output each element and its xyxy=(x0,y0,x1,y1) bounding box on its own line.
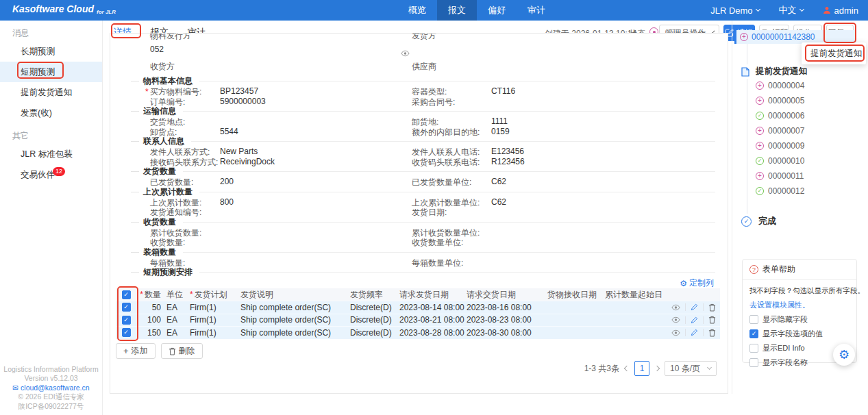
copyright: © 2026 EDI通信专家 xyxy=(0,392,102,402)
circle-check-icon xyxy=(756,112,764,120)
module-settings-link[interactable]: 去设置模块属性。 xyxy=(749,300,850,310)
flow-item[interactable]: 00000005 xyxy=(756,96,804,105)
flow-item[interactable]: 00000007 xyxy=(756,126,804,136)
view-row-icon[interactable] xyxy=(671,329,680,336)
contact-email-link[interactable]: ✉ cloud@kasoftware.cn xyxy=(0,383,102,393)
cell-unit: EA xyxy=(166,303,190,312)
sidebar-item-trading-partner[interactable]: 交易伙伴12 xyxy=(0,164,102,185)
nav-item-audit[interactable]: 审计 xyxy=(517,0,556,21)
prev-page-button[interactable] xyxy=(624,366,630,371)
edit-row-icon[interactable] xyxy=(691,303,698,311)
schedule-table: 数量 单位 发货计划 发货说明 发货频率 请求发货日期 请求交货日期 货物接收日… xyxy=(116,288,720,339)
nav-item-preferences[interactable]: 偏好 xyxy=(477,0,517,21)
sidebar-group-messages: 消息 xyxy=(0,21,102,41)
cell-freq: Discrete(D) xyxy=(350,303,399,312)
delete-button[interactable]: 删除 xyxy=(161,343,203,359)
view-row-icon[interactable] xyxy=(671,316,680,323)
cell-ship-date: 2023-08-14 08:00 xyxy=(399,303,467,312)
circle-plus-icon xyxy=(740,33,748,41)
flow-item[interactable]: 00000010 xyxy=(756,156,804,166)
row-checkbox[interactable] xyxy=(122,328,131,337)
nav-item-messages[interactable]: 报文 xyxy=(437,0,477,21)
tenant-menu[interactable]: JLR Demo xyxy=(710,5,759,16)
flow-item[interactable]: 00000006 xyxy=(756,111,804,121)
reply-menu-item-asn[interactable]: 提前发货通知 xyxy=(810,48,862,60)
col-header-cum-start: 累计数量起始日 xyxy=(605,289,671,301)
customize-columns-link[interactable]: ⚙定制列 xyxy=(680,277,714,289)
add-button[interactable]: 添加 xyxy=(116,343,156,359)
sidebar-item-asn[interactable]: 提前发货通知 xyxy=(0,82,102,103)
circle-plus-icon xyxy=(756,142,764,150)
field-value: 800 xyxy=(220,197,234,207)
row-checkbox[interactable] xyxy=(122,316,131,325)
field-label: 收货码头联系电话: xyxy=(412,157,480,168)
edit-row-icon[interactable] xyxy=(691,316,698,324)
language-menu[interactable]: 中文 xyxy=(779,4,804,16)
delete-row-icon[interactable] xyxy=(708,329,716,337)
row-checkbox[interactable] xyxy=(122,303,131,312)
option-show-option-values[interactable]: 显示字段选项的值 xyxy=(749,329,850,339)
view-party-icon[interactable] xyxy=(401,47,410,60)
select-all-checkbox[interactable] xyxy=(122,290,131,299)
field-label-supplier: 供应商 xyxy=(412,61,436,73)
option-show-hidden-fields[interactable]: 显示隐藏字段 xyxy=(749,314,850,325)
table-row[interactable]: 100 EA Firm(1) Ship complete order(SC) D… xyxy=(116,314,720,327)
next-page-button[interactable] xyxy=(654,366,660,371)
flow-item[interactable]: 00000012 xyxy=(756,186,804,196)
flow-group-title: 提前发货通知 xyxy=(756,66,807,77)
gear-icon: ⚙ xyxy=(839,349,850,361)
sidebar-item-jlr-packaging[interactable]: JLR 标准包装 xyxy=(0,144,102,164)
page-size-select[interactable]: 10 条/页 xyxy=(665,361,717,376)
view-row-icon[interactable] xyxy=(671,304,680,311)
sidebar: 消息 长期预测 短期预测 提前发货通知 发票(收) 其它 JLR 标准包装 交易… xyxy=(0,21,103,415)
field-label: 每箱数量: xyxy=(150,257,185,269)
field-value: 1111 xyxy=(491,116,508,126)
field-label: 收货数量: xyxy=(150,237,185,249)
col-header-freq: 发货频率 xyxy=(350,289,399,301)
cell-qty: 150 xyxy=(136,328,166,338)
check-circle-icon xyxy=(741,216,752,227)
edit-row-icon[interactable] xyxy=(691,329,698,336)
sidebar-item-invoice[interactable]: 发票(收) xyxy=(0,103,102,123)
delete-row-icon[interactable] xyxy=(708,316,716,324)
detail-form: 物料基本信息 买方物料编号:BP123457容器类型:CT116 订单编号:59… xyxy=(110,76,728,277)
chevron-down-icon xyxy=(799,6,804,11)
gear-icon: ⚙ xyxy=(680,279,687,288)
nav-item-overview[interactable]: 概览 xyxy=(397,0,437,21)
cell-ship-date: 2023-08-28 08:00 xyxy=(399,328,467,338)
col-header-delivery-date: 请求交货日期 xyxy=(467,289,547,301)
pagination-total: 1-3 共3条 xyxy=(584,363,619,375)
sidebar-item-short-term-forecast[interactable]: 短期预测 xyxy=(0,62,102,82)
checkbox[interactable] xyxy=(749,329,758,338)
settings-fab[interactable]: ⚙ xyxy=(833,344,855,366)
cell-ship-date: 2023-08-21 08:00 xyxy=(399,315,467,325)
page-number-button[interactable]: 1 xyxy=(634,361,649,376)
table-row[interactable]: 150 EA Firm(1) Ship complete order(SC) D… xyxy=(116,326,720,339)
cell-plan: Firm(1) xyxy=(190,328,240,338)
col-header-qty: 数量 xyxy=(136,289,166,301)
cell-freq: Discrete(D) xyxy=(350,315,399,325)
cell-freq: Discrete(D) xyxy=(350,328,399,338)
checkbox[interactable] xyxy=(749,315,758,324)
chevron-down-icon xyxy=(707,364,712,369)
delete-row-icon[interactable] xyxy=(708,303,716,312)
circle-check-icon xyxy=(756,157,764,165)
section-header: 物料基本信息 xyxy=(110,76,728,86)
flow-item[interactable]: 00000004 xyxy=(756,81,804,90)
table-row[interactable]: 50 EA Firm(1) Ship complete order(SC) Di… xyxy=(116,301,720,314)
field-value: 5900000003 xyxy=(220,97,266,106)
main-menu: 概览 报文 偏好 审计 xyxy=(397,0,556,21)
checkbox[interactable] xyxy=(749,344,758,353)
sidebar-item-long-term-forecast[interactable]: 长期预测 xyxy=(0,41,102,62)
checkbox[interactable] xyxy=(749,358,758,367)
platform-version: Version v5.12.03 xyxy=(0,374,102,383)
cell-unit: EA xyxy=(166,328,190,338)
flow-item[interactable]: 00000009 xyxy=(756,141,804,151)
user-menu[interactable]: admin xyxy=(823,5,858,16)
current-message-item[interactable]: 00000001142380 xyxy=(734,30,856,44)
field-label: 接收码头联系方式: xyxy=(150,157,218,168)
sidebar-footer: Logistics Information Platform Version v… xyxy=(0,365,102,412)
circle-plus-icon xyxy=(756,81,764,90)
flow-item[interactable]: 00000011 xyxy=(756,171,804,181)
cell-plan: Firm(1) xyxy=(190,303,240,312)
